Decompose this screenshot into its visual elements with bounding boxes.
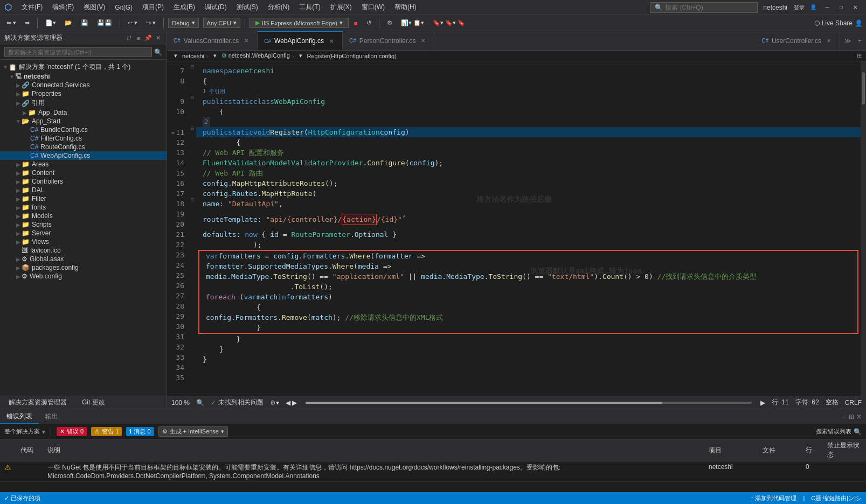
values-tab-close[interactable]: ✕ <box>242 37 251 45</box>
tree-item-solution[interactable]: ▼ 📋 解决方案 'netceshi' (1 个项目，共 1 个) <box>0 62 167 72</box>
bottom-panel-maximize[interactable]: ⊞ <box>849 413 854 421</box>
breadcrumb-expand-icon[interactable]: ⊞ <box>857 52 862 59</box>
tree-item-references[interactable]: ▶ 🔗 引用 <box>0 98 167 108</box>
panel-pin-btn[interactable]: 📌 <box>144 34 153 43</box>
menu-debug[interactable]: 调试(D) <box>200 2 231 13</box>
tree-item-packages-config[interactable]: ▶ 📦 packages.config <box>0 263 167 272</box>
maximize-button[interactable]: □ <box>835 1 848 14</box>
menu-file[interactable]: 文件(F) <box>17 2 47 13</box>
fold-11[interactable]: ⊟ <box>189 123 196 133</box>
perf-button[interactable]: 📊▾ 📋▾ <box>398 18 427 27</box>
person-tab-close[interactable]: ✕ <box>419 37 427 45</box>
tab-person-controller[interactable]: C# PersonController.cs ✕ <box>343 31 435 50</box>
scripts-expand-icon[interactable]: ▶ <box>15 222 22 228</box>
debug-config-dropdown[interactable]: Debug ▾ <box>168 18 198 28</box>
user-tab-close[interactable]: ✕ <box>825 37 833 45</box>
warning-count-badge[interactable]: ⚠ 警告 1 <box>91 427 122 436</box>
panel-sync-btn[interactable]: ⇄ <box>124 34 133 43</box>
col-project[interactable]: 项目 <box>704 439 758 461</box>
restart-button[interactable]: ↺ <box>363 18 375 27</box>
fonts-expand-icon[interactable]: ▶ <box>15 205 22 211</box>
tree-item-route-config[interactable]: C# RouteConfig.cs <box>0 143 167 151</box>
panel-close-btn[interactable]: ✕ <box>154 34 162 43</box>
tree-item-connected-services[interactable]: ▶ 🔗 Connected Services <box>0 81 167 89</box>
project-expand-icon[interactable]: ▼ <box>9 74 15 80</box>
output-tab[interactable]: 输出 <box>39 410 65 423</box>
menu-git[interactable]: Git(G) <box>110 3 137 12</box>
areas-expand-icon[interactable]: ▶ <box>15 162 22 167</box>
views-expand-icon[interactable]: ▶ <box>15 239 22 245</box>
redo-button[interactable]: ↪ ▾ <box>143 18 159 27</box>
bottom-panel-pin[interactable]: ─ <box>842 413 847 421</box>
tab-webapi-config[interactable]: C# WebApiConfig.cs ✕ <box>258 31 343 50</box>
col-suppress[interactable]: 禁止显示状态 <box>823 439 866 461</box>
build-dropdown[interactable]: ▾ <box>221 428 224 435</box>
menu-tools[interactable]: 工具(T) <box>295 2 324 13</box>
models-expand-icon[interactable]: ▶ <box>15 213 22 219</box>
menu-extensions[interactable]: 扩展(X) <box>326 2 356 13</box>
global-search-input[interactable] <box>665 4 746 11</box>
build-badge[interactable]: ⚙ 生成 + IntelliSense ▾ <box>158 426 228 437</box>
tree-item-views[interactable]: ▶ 📁 Views <box>0 237 167 246</box>
references-expand-icon[interactable]: ▶ <box>15 100 22 106</box>
tree-item-app-data[interactable]: ▶ 📁 App_Data <box>0 108 167 117</box>
breadcrumb-method-dropdown[interactable]: ▾ <box>296 52 305 59</box>
platform-dropdown[interactable]: Any CPU ▾ <box>203 18 240 28</box>
global-expand-icon[interactable]: ▶ <box>15 256 22 262</box>
menu-view[interactable]: 视图(V) <box>79 2 109 13</box>
info-count-badge[interactable]: ℹ 消息 0 <box>126 427 154 436</box>
tree-item-filter-config[interactable]: C# FilterConfig.cs <box>0 134 167 143</box>
col-type[interactable] <box>0 439 16 461</box>
breadcrumb-class-dropdown[interactable]: ▾ <box>211 52 219 59</box>
tree-item-project[interactable]: ▼ 🏗 netceshi <box>0 72 167 81</box>
tree-item-webapi-config[interactable]: C# WebApiConfig.cs <box>0 151 167 160</box>
minimize-button[interactable]: ─ <box>821 1 834 14</box>
breadcrumb-method[interactable]: Register(HttpConfiguration config) <box>307 53 397 59</box>
open-button[interactable]: 📂 <box>61 18 75 27</box>
attach-button[interactable]: ⚙ <box>384 18 396 27</box>
content-expand-icon[interactable]: ▶ <box>15 170 22 176</box>
tree-item-filter[interactable]: ▶ 📁 Filter <box>0 194 167 203</box>
back-button[interactable]: ⬅ ▾ <box>3 18 19 27</box>
tree-item-models[interactable]: ▶ 📁 Models <box>0 212 167 220</box>
packages-expand-icon[interactable]: ▶ <box>15 265 22 271</box>
tree-item-web-config[interactable]: ▶ ⚙ Web.config <box>0 272 167 281</box>
bookmark-button[interactable]: 🔖▾ 🔖▾ 🔖 <box>429 18 468 27</box>
col-file[interactable]: 文件 <box>758 439 801 461</box>
tree-item-scripts[interactable]: ▶ 📁 Scripts <box>0 220 167 229</box>
menu-window[interactable]: 窗口(W) <box>357 2 389 13</box>
breadcrumb-class[interactable]: ⚙ netceshi.WebApiConfig <box>221 52 290 59</box>
breadcrumb-project[interactable]: netceshi <box>182 53 204 59</box>
menu-build[interactable]: 生成(B) <box>169 2 199 13</box>
run-button[interactable]: ▶ IIS Express (Microsoft Edge) ▾ <box>250 18 349 28</box>
tree-item-global[interactable]: ▶ ⚙ Global.asax <box>0 255 167 263</box>
person-icon[interactable]: 👤 <box>807 1 820 14</box>
panel-options-btn[interactable]: ≡ <box>134 34 143 43</box>
tree-item-areas[interactable]: ▶ 📁 Areas <box>0 160 167 169</box>
menu-project[interactable]: 项目(P) <box>138 2 168 13</box>
tabs-overflow-button[interactable]: ≫ <box>842 36 854 46</box>
bottom-panel-close[interactable]: ✕ <box>856 413 862 421</box>
tree-item-bundle-config[interactable]: C# BundleConfig.cs <box>0 125 167 134</box>
code-content[interactable]: namespace netceshi { 1 个引用 public static… <box>196 61 861 396</box>
tree-item-content[interactable]: ▶ 📁 Content <box>0 169 167 177</box>
col-description[interactable]: 说明 <box>43 439 704 461</box>
breadcrumb-proj-dropdown[interactable]: ▾ <box>171 52 180 59</box>
tab-user-controller[interactable]: C# UserController.cs ✕ <box>755 31 840 50</box>
menu-test[interactable]: 测试(S) <box>232 2 262 13</box>
solution-search-input[interactable] <box>4 47 152 57</box>
tree-item-properties[interactable]: ▶ 📁 Properties <box>0 89 167 98</box>
solution-expand-icon[interactable]: ▼ <box>2 64 9 70</box>
properties-expand-icon[interactable]: ▶ <box>15 91 22 97</box>
web-config-expand-icon[interactable]: ▶ <box>15 274 22 279</box>
tree-item-fonts[interactable]: ▶ 📁 fonts <box>0 203 167 212</box>
menu-analyze[interactable]: 分析(N) <box>264 2 294 13</box>
editor-scrollbar-h[interactable] <box>306 402 751 404</box>
filter-dropdown-icon[interactable]: ▾ <box>42 428 45 436</box>
webapi-tab-close[interactable]: ✕ <box>327 37 336 45</box>
menu-edit[interactable]: 编辑(E) <box>48 2 78 13</box>
tab-values-controller[interactable]: C# ValuesController.cs ✕ <box>167 31 258 50</box>
tree-item-dal[interactable]: ▶ 📁 DAL <box>0 186 167 194</box>
editor-scrollbar[interactable] <box>861 61 866 396</box>
controllers-expand-icon[interactable]: ▶ <box>15 179 22 185</box>
